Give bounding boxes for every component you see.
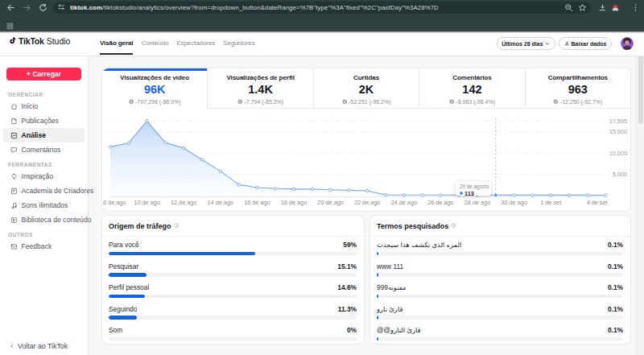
traffic-source-bar-track: [109, 252, 357, 256]
search-term-row-top: مفتونه9990.1%: [377, 283, 623, 291]
tiktok-studio-logo[interactable]: TikTok Studio: [9, 36, 70, 46]
traffic-source-row-top: Pesquisar15.1%: [109, 262, 357, 270]
address-bar[interactable]: tiktok.com/tiktokstudio/analytics/overvi…: [53, 2, 591, 14]
traffic-source-bar-track: [109, 295, 357, 299]
browser-forward-button[interactable]: [21, 2, 32, 13]
page-scrollbar[interactable]: [636, 31, 644, 355]
x-axis-label: 20 de ago: [317, 199, 343, 206]
download-data-label: Baixar dados: [572, 41, 607, 47]
browser-back-button[interactable]: [5, 2, 16, 13]
data-point: [311, 188, 313, 190]
data-point: [237, 184, 240, 186]
x-axis-label: 24 de ago: [391, 199, 417, 206]
metric-value: 142: [462, 83, 481, 97]
tab-espectadores[interactable]: Espectadores: [176, 31, 215, 56]
data-point: [164, 141, 167, 143]
x-axis-label: 8 de ago: [103, 199, 126, 206]
x-axis-label: 16 de ago: [244, 199, 270, 206]
tab-seguidores[interactable]: Seguidores: [223, 31, 254, 56]
traffic-source-value: 15.1%: [337, 262, 357, 270]
search-term-bar-fill: [377, 273, 378, 277]
y-axis-label: 5,000: [613, 171, 627, 178]
back-to-tiktok-link[interactable]: Voltar ao TikTok: [10, 342, 68, 350]
sidebar-item-publicações[interactable]: Publicações: [3, 114, 85, 128]
traffic-source-header: Origem de tráfego: [102, 216, 364, 237]
traffic-source-row: Seguindo11.3%: [102, 302, 364, 324]
sidebar-item-label: Sons ilimitados: [22, 201, 68, 209]
traffic-source-label: Pesquisar: [109, 262, 138, 270]
browser-reload-button[interactable]: [37, 2, 48, 13]
info-icon: [174, 223, 180, 229]
browser-bookmark-button[interactable]: [576, 2, 588, 13]
library-icon: [10, 217, 18, 224]
user-avatar[interactable]: [621, 37, 634, 50]
bookmark-favicon-grid[interactable]: [6, 19, 14, 26]
metric-tab-visualizações-de-perfil[interactable]: Visualizações de perfil1.4K-7,794 (-85.2…: [207, 68, 312, 109]
traffic-source-row-top: Som0%: [109, 326, 357, 334]
url-text: tiktok.com/tiktokstudio/analytics/overvi…: [70, 4, 439, 11]
search-term-label: مفتونه999: [377, 283, 406, 291]
trend-down-icon: [449, 99, 455, 105]
traffic-source-row: Som0%: [102, 323, 364, 345]
metric-tab-visualizações-de-vídeo[interactable]: Visualizações de vídeo96K-707,298 (-88.0…: [102, 68, 207, 109]
overview-card: Visualizações de vídeo96K-707,298 (-88.0…: [101, 68, 631, 212]
search-term-bar-track: [377, 273, 623, 277]
metric-tab-comentários[interactable]: Comentários142-8,963 (-98.4%): [419, 68, 524, 109]
metric-label: Comentários: [452, 73, 491, 82]
tab-visão-geral[interactable]: Visão geral: [100, 31, 133, 56]
download-data-button[interactable]: Baixar dados: [559, 37, 612, 50]
date-range-button[interactable]: Últimos 28 dias: [497, 37, 555, 50]
metric-delta: -7,794 (-85.2%): [237, 99, 283, 105]
app-header: TikTok Studio Visão geralConteúdoEspecta…: [0, 31, 644, 56]
views-area-chart[interactable]: 5,00010,00015,00017,5958 de ago10 de ago…: [102, 109, 630, 212]
browser-menu-button[interactable]: [630, 2, 641, 13]
search-term-bar-track: [377, 316, 623, 320]
tiktok-note-icon: [9, 36, 17, 46]
browser-zoom-button[interactable]: [563, 2, 574, 13]
traffic-source-row-top: Seguindo11.3%: [109, 305, 357, 313]
search-term-value: 0.1%: [608, 241, 623, 249]
traffic-source-value: 59%: [343, 241, 357, 249]
data-point: [586, 194, 588, 196]
metric-label: Visualizações de perfil: [226, 73, 294, 82]
browser-downloads-button[interactable]: [597, 2, 608, 13]
sidebar-item-label: Publicações: [22, 117, 59, 125]
y-axis-label: 15,000: [609, 128, 627, 135]
metric-label: Curtidas: [353, 73, 379, 82]
search-term-row-top: قارئ تارو0.1%: [377, 305, 623, 313]
sidebar-item-label: Inspiração: [22, 172, 54, 180]
data-point: [275, 188, 277, 190]
data-point: [402, 194, 405, 196]
sidebar-item-início[interactable]: Início: [3, 99, 85, 114]
upload-button[interactable]: + Carregar: [6, 68, 81, 80]
search-term-row: قارئ تارو0.1%: [370, 302, 630, 324]
search-term-bar-track: [377, 337, 623, 341]
sidebar-section-label: FERRAMENTAS: [8, 162, 88, 167]
sidebar-item-sons-ilimitados[interactable]: Sons ilimitados: [3, 198, 85, 213]
sidebar-item-label: Feedback: [22, 242, 52, 250]
metric-tab-compartilhamentos[interactable]: Compartilhamentos963-12,250 (-92.7%): [525, 68, 630, 109]
chevron-left-icon: [10, 344, 14, 349]
x-axis-label: 22 de ago: [354, 199, 380, 206]
browser-profile-avatar[interactable]: [609, 2, 621, 13]
sidebar-item-comentários[interactable]: Comentários: [3, 142, 85, 157]
y-axis-label: 17,595: [609, 118, 627, 125]
tab-conteúdo[interactable]: Conteúdo: [141, 31, 168, 56]
sidebar-item-análise[interactable]: Análise: [3, 128, 85, 142]
posts-icon: [10, 118, 18, 125]
metric-delta-text: -707,298 (-88.0%): [135, 99, 180, 105]
sidebar-item-feedback[interactable]: Feedback: [3, 239, 85, 254]
logo-suffix-text: Studio: [47, 36, 71, 46]
tooltip-series-dot: [460, 192, 463, 195]
search-term-bar-fill: [377, 316, 378, 320]
search-term-row: مفتونه9990.1%: [370, 280, 630, 302]
sidebar-item-inspiração[interactable]: Inspiração: [3, 169, 85, 184]
sidebar-item-academia-de-criadores[interactable]: Academia de Criadores: [3, 184, 85, 198]
metric-tab-curtidas[interactable]: Curtidas2K-52,251 (-96.2%): [313, 68, 419, 109]
search-term-row: المره الذي تكشف هذا سيحدث0.1%: [370, 237, 630, 259]
sidebar-item-biblioteca-de-conteúdo[interactable]: Biblioteca de conteúdo: [3, 213, 85, 227]
metric-tabs: Visualizações de vídeo96K-707,298 (-88.0…: [102, 68, 630, 109]
main-content: Visualizações de vídeo96K-707,298 (-88.0…: [89, 56, 636, 355]
x-axis-label: 26 de ago: [427, 199, 453, 206]
x-axis-label: 12 de ago: [171, 199, 196, 206]
